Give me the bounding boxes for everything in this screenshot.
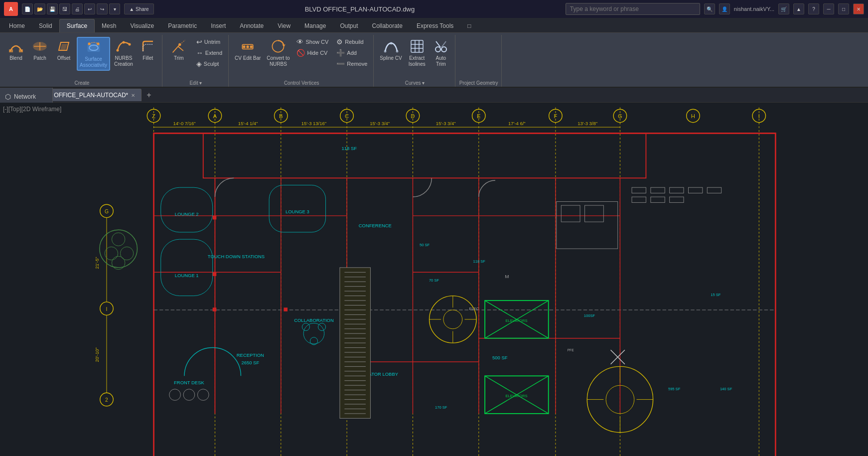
svg-text:17'-4 6/": 17'-4 6/" xyxy=(508,121,526,126)
svg-marker-20 xyxy=(282,44,286,46)
tab-view[interactable]: View xyxy=(271,19,297,32)
svg-text:I: I xyxy=(106,306,108,312)
tab-visualize[interactable]: Visualize xyxy=(123,19,161,32)
tab-extras[interactable]: □ xyxy=(460,19,478,32)
cv-edit-bar-label: CV Edit Bar xyxy=(235,55,261,61)
svg-text:14'-0 7/16": 14'-0 7/16" xyxy=(173,121,195,126)
nurbs-creation-icon xyxy=(116,38,132,54)
svg-text:15'-3 13/16": 15'-3 13/16" xyxy=(301,121,326,126)
svg-text:CONFERENCE: CONFERENCE xyxy=(359,223,392,229)
svg-rect-199 xyxy=(561,205,580,222)
svg-text:15'-3 3/4": 15'-3 3/4" xyxy=(436,121,456,126)
hide-cv-btn[interactable]: 🚫 Hide CV xyxy=(293,48,331,58)
maximize-btn[interactable]: □ xyxy=(838,3,849,14)
minimize-btn[interactable]: ─ xyxy=(823,3,834,14)
cv-small-group: 👁 Show CV 🚫 Hide CV xyxy=(293,37,331,58)
svg-point-14 xyxy=(178,43,181,46)
tab-solid[interactable]: Solid xyxy=(32,19,59,32)
offset-btn[interactable]: Offset xyxy=(53,37,75,63)
blend-btn[interactable]: Blend xyxy=(5,37,27,63)
hide-cv-label: Hide CV xyxy=(307,50,327,56)
cart-icon-btn[interactable]: 🛒 xyxy=(778,3,789,14)
svg-rect-188 xyxy=(651,197,665,202)
help-icon-btn[interactable]: ? xyxy=(808,3,819,14)
cv-small-group2: ⚙ Rebuild ➕ Add ➖ Remove xyxy=(333,37,370,69)
title-right-actions: 🔍 👤 nishant.naikVY... 🛒 ▲ ? ─ □ ✕ xyxy=(704,3,864,14)
extend-btn[interactable]: ↔ Extend xyxy=(193,48,225,58)
trim-btn[interactable]: Trim xyxy=(166,37,191,63)
remove-cv-btn[interactable]: ➖ Remove xyxy=(333,59,370,69)
sculpt-label: Sculpt xyxy=(204,61,219,67)
tab-annotate[interactable]: Annotate xyxy=(233,19,271,32)
autocad-logo[interactable]: A xyxy=(4,2,18,16)
ribbon-group-curves: Spline CV ExtractIsolines AutoTrim Curve… xyxy=(375,35,455,87)
print-btn[interactable]: 🖨 xyxy=(72,3,83,14)
dropdown-btn[interactable]: ▾ xyxy=(109,3,120,14)
svg-point-16 xyxy=(243,45,245,48)
nurbs-creation-btn[interactable]: NURBSCreation xyxy=(112,37,135,69)
share-btn[interactable]: ▲ Share xyxy=(124,3,154,14)
new-btn[interactable]: 📄 xyxy=(22,3,33,14)
svg-rect-187 xyxy=(632,197,646,202)
svg-text:PFE: PFE xyxy=(568,348,574,352)
fillet-btn[interactable]: Fillet xyxy=(137,37,159,63)
tab-manage[interactable]: Manage xyxy=(297,19,333,32)
offset-label: Offset xyxy=(57,55,71,61)
search-box[interactable]: Type a keyword or phrase xyxy=(566,3,700,15)
extract-isolines-btn[interactable]: ExtractIsolines xyxy=(406,37,428,69)
offset-icon xyxy=(56,38,72,54)
rebuild-btn[interactable]: ⚙ Rebuild xyxy=(333,37,370,47)
surface-associativity-btn[interactable]: SurfaceAssociativity xyxy=(77,37,110,71)
tab-home[interactable]: Home xyxy=(2,19,32,32)
patch-btn[interactable]: Patch xyxy=(29,37,51,63)
sculpt-btn[interactable]: ◈ Sculpt xyxy=(193,59,225,69)
tab-mesh[interactable]: Mesh xyxy=(95,19,123,32)
sculpt-icon: ◈ xyxy=(196,60,202,68)
trim-label: Trim xyxy=(174,55,184,61)
tab-surface[interactable]: Surface xyxy=(59,19,95,32)
show-cv-label: Show CV xyxy=(305,39,328,45)
cv-edit-bar-btn[interactable]: CV Edit Bar xyxy=(233,37,263,63)
create-group-content: Blend Patch Offset Surface xyxy=(5,37,159,80)
svg-text:A: A xyxy=(213,113,217,119)
patch-label: Patch xyxy=(33,55,46,61)
show-cv-btn[interactable]: 👁 Show CV xyxy=(293,37,331,47)
open-btn[interactable]: 📂 xyxy=(34,3,45,14)
search-icon-btn[interactable]: 🔍 xyxy=(704,3,715,14)
svg-text:15'-3 3/4": 15'-3 3/4" xyxy=(370,121,390,126)
network-btn[interactable]: ⬡ Network xyxy=(2,91,50,103)
tab-close-btn[interactable]: ✕ xyxy=(131,93,135,98)
undo-btn[interactable]: ↩ xyxy=(84,3,95,14)
viewport[interactable]: [-][Top][2D Wireframe] Z A B C D xyxy=(0,103,868,456)
tab-parametric[interactable]: Parametric xyxy=(161,19,204,32)
update-icon-btn[interactable]: ▲ xyxy=(793,3,804,14)
svg-rect-207 xyxy=(213,272,217,276)
add-cv-btn[interactable]: ➕ Add xyxy=(333,48,370,58)
svg-rect-110 xyxy=(161,239,213,296)
tab-express-tools[interactable]: Express Tools xyxy=(410,19,460,32)
tab-insert[interactable]: Insert xyxy=(204,19,233,32)
close-btn[interactable]: ✕ xyxy=(853,3,864,14)
svg-rect-200 xyxy=(585,205,604,222)
untrim-btn[interactable]: ↩ Untrim xyxy=(193,37,225,47)
svg-text:G: G xyxy=(618,113,622,119)
spline-cv-btn[interactable]: Spline CV xyxy=(378,37,404,63)
username-label: nishant.naikVY... xyxy=(734,6,774,12)
svg-text:20'-10": 20'-10" xyxy=(94,347,100,362)
auto-trim-btn[interactable]: AutoTrim xyxy=(430,37,452,69)
user-icon-btn[interactable]: 👤 xyxy=(719,3,730,14)
save-btn[interactable]: 💾 xyxy=(47,3,58,14)
redo-btn[interactable]: ↪ xyxy=(97,3,108,14)
create-group-label: Create xyxy=(5,80,159,87)
svg-rect-198 xyxy=(557,202,618,249)
new-tab-btn[interactable]: + xyxy=(144,91,154,100)
svg-point-191 xyxy=(112,233,125,246)
svg-point-29 xyxy=(435,47,440,52)
cv-edit-bar-icon xyxy=(240,38,256,54)
svg-rect-86 xyxy=(154,133,776,456)
tab-output[interactable]: Output xyxy=(333,19,365,32)
convert-nurbs-btn[interactable]: Convert toNURBS xyxy=(265,37,291,69)
svg-text:170 SF: 170 SF xyxy=(435,405,447,410)
tab-collaborate[interactable]: Collaborate xyxy=(365,19,410,32)
saveas-btn[interactable]: 🖫 xyxy=(59,3,70,14)
